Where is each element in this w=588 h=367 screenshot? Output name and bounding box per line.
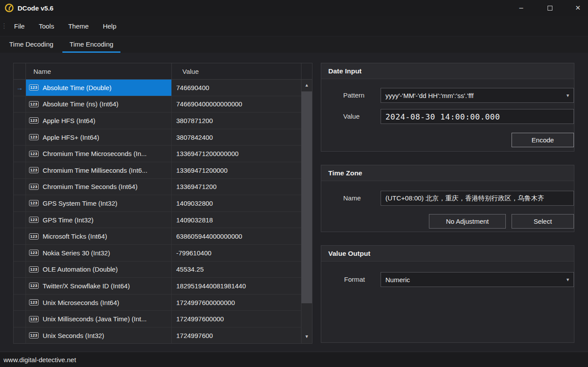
row-value-cell[interactable]: 13369471200000 bbox=[172, 162, 301, 178]
table-row[interactable]: 123GPS System Time (Int32)1409032800 bbox=[14, 195, 301, 212]
row-name-cell[interactable]: 123Absolute Time (Double) bbox=[26, 80, 172, 96]
tab-bar: Time Decoding Time Encoding bbox=[0, 36, 588, 53]
row-value-cell[interactable]: 3807871200 bbox=[172, 113, 301, 129]
table-row[interactable]: 123OLE Automation (Double)45534.25 bbox=[14, 262, 301, 278]
row-value-cell[interactable]: 13369471200 bbox=[172, 179, 301, 195]
close-button[interactable]: ✕ bbox=[569, 0, 587, 16]
row-gutter bbox=[14, 96, 26, 113]
select-button[interactable]: Select bbox=[512, 214, 574, 229]
row-value-cell[interactable]: 1409032818 bbox=[172, 212, 301, 228]
table-header: Name Value bbox=[14, 63, 312, 80]
date-value-input[interactable]: 2024-08-30 14:00:00.000 bbox=[381, 109, 574, 124]
time-zone-title: Time Zone bbox=[321, 165, 574, 181]
row-name-cell[interactable]: 123Unix Seconds (Int32) bbox=[26, 327, 172, 343]
table-row[interactable]: 123Microsoft Ticks (Int64)63860594400000… bbox=[14, 228, 301, 245]
table-row[interactable]: →123Absolute Time (Double)746690400 bbox=[14, 80, 301, 96]
table-row[interactable]: 123GPS Time (Int32)1409032818 bbox=[14, 212, 301, 229]
number-type-icon: 123 bbox=[29, 332, 39, 338]
number-type-icon: 123 bbox=[29, 84, 39, 91]
status-link[interactable]: www.digital-detective.net bbox=[4, 356, 76, 363]
row-name-cell[interactable]: 123Unix Microseconds (Int64) bbox=[26, 294, 172, 311]
row-gutter bbox=[14, 129, 26, 145]
table-row[interactable]: 123Chromium Time Microseconds (In...1336… bbox=[14, 145, 301, 162]
row-name-cell[interactable]: 123OLE Automation (Double) bbox=[26, 262, 172, 278]
column-header-name[interactable]: Name bbox=[26, 63, 172, 79]
row-name-label: Apple HFS+ (Int64) bbox=[43, 134, 99, 141]
table-row[interactable]: 123Chromium Time Seconds (Int64)13369471… bbox=[14, 179, 301, 196]
table-row[interactable]: 123Chromium Time Milliseconds (Int6...13… bbox=[14, 162, 301, 179]
row-name-cell[interactable]: 123Nokia Series 30 (Int32) bbox=[26, 245, 172, 261]
tab-time-encoding[interactable]: Time Encoding bbox=[62, 36, 120, 53]
status-bar: www.digital-detective.net bbox=[0, 352, 588, 367]
row-name-cell[interactable]: 123Chromium Time Seconds (Int64) bbox=[26, 179, 172, 195]
row-value-cell[interactable]: 1724997600000000 bbox=[172, 294, 301, 311]
pattern-combobox[interactable]: yyyy'-'MM'-'dd HH':'mm':'ss'.'fff ▾ bbox=[381, 88, 574, 103]
menu-file[interactable]: File bbox=[7, 19, 32, 33]
row-value-cell[interactable]: 3807842400 bbox=[172, 129, 301, 145]
row-gutter bbox=[14, 195, 26, 211]
row-name-cell[interactable]: 123GPS Time (Int32) bbox=[26, 212, 172, 228]
timezone-name-field[interactable]: (UTC+08:00) 北京，重庆，香港特别行政区，乌鲁木齐 bbox=[381, 191, 574, 206]
format-value: Numeric bbox=[385, 276, 410, 283]
row-name-cell[interactable]: 123Chromium Time Microseconds (In... bbox=[26, 145, 172, 162]
table-row[interactable]: 123Unix Milliseconds (Java Time) (Int...… bbox=[14, 311, 301, 327]
number-type-icon: 123 bbox=[29, 184, 39, 190]
row-value-cell[interactable]: 1724997600000 bbox=[172, 311, 301, 327]
menu-help[interactable]: Help bbox=[96, 19, 123, 33]
row-name-cell[interactable]: 123Twitter/X Snowflake ID (Int64) bbox=[26, 278, 172, 294]
menu-theme[interactable]: Theme bbox=[61, 19, 96, 33]
table-row[interactable]: 123Unix Seconds (Int32)1724997600 bbox=[14, 327, 301, 343]
date-input-title: Date Input bbox=[321, 63, 574, 79]
row-name-cell[interactable]: 123Apple HFS+ (Int64) bbox=[26, 129, 172, 145]
row-gutter: → bbox=[14, 80, 26, 96]
selected-row-arrow-icon: → bbox=[16, 84, 23, 91]
row-name-cell[interactable]: 123Chromium Time Milliseconds (Int6... bbox=[26, 162, 172, 178]
table-row[interactable]: 123Apple HFS (Int64)3807871200 bbox=[14, 113, 301, 129]
number-type-icon: 123 bbox=[29, 151, 39, 157]
maximize-icon bbox=[548, 6, 552, 11]
number-type-icon: 123 bbox=[29, 167, 39, 173]
row-name-label: Chromium Time Seconds (Int64) bbox=[43, 183, 138, 190]
row-value-cell[interactable]: 45534.25 bbox=[172, 262, 301, 278]
table-row[interactable]: 123Absolute Time (ns) (Int64)74669040000… bbox=[14, 96, 301, 113]
column-header-value[interactable]: Value bbox=[172, 63, 301, 79]
menu-grip-icon[interactable]: ⋮ bbox=[1, 23, 6, 29]
no-adjustment-button[interactable]: No Adjustment bbox=[429, 214, 506, 229]
row-value-cell[interactable]: 746690400000000000 bbox=[172, 96, 301, 113]
row-name-cell[interactable]: 123Microsoft Ticks (Int64) bbox=[26, 228, 172, 244]
vertical-scrollbar[interactable]: ▲ ▼ bbox=[301, 80, 312, 343]
row-value-cell[interactable]: 638605944000000000 bbox=[172, 228, 301, 244]
menu-tools[interactable]: Tools bbox=[32, 19, 61, 33]
scroll-up-icon[interactable]: ▲ bbox=[301, 80, 312, 91]
row-name-cell[interactable]: 123Absolute Time (ns) (Int64) bbox=[26, 96, 172, 113]
scroll-down-icon[interactable]: ▼ bbox=[301, 331, 312, 342]
scrollbar-thumb[interactable] bbox=[301, 91, 312, 303]
window-title: DCode v5.6 bbox=[18, 4, 54, 12]
maximize-button[interactable] bbox=[541, 0, 559, 16]
row-value-cell[interactable]: 1724997600 bbox=[172, 327, 301, 343]
table-row[interactable]: 123Unix Microseconds (Int64)172499760000… bbox=[14, 294, 301, 311]
table-row[interactable]: 123Twitter/X Snowflake ID (Int64)1829519… bbox=[14, 278, 301, 294]
tab-time-decoding[interactable]: Time Decoding bbox=[2, 36, 60, 53]
minimize-button[interactable]: – bbox=[512, 0, 530, 16]
number-type-icon: 123 bbox=[29, 217, 39, 223]
row-name-cell[interactable]: 123Unix Milliseconds (Java Time) (Int... bbox=[26, 311, 172, 327]
row-gutter bbox=[14, 262, 26, 278]
table-row[interactable]: 123Apple HFS+ (Int64)3807842400 bbox=[14, 129, 301, 146]
row-value-cell[interactable]: 13369471200000000 bbox=[172, 145, 301, 162]
row-gutter bbox=[14, 145, 26, 162]
row-value-cell[interactable]: 1829519440081981440 bbox=[172, 278, 301, 294]
row-gutter bbox=[14, 212, 26, 228]
row-value-cell[interactable]: 1409032800 bbox=[172, 195, 301, 211]
format-combobox[interactable]: Numeric ▾ bbox=[381, 272, 574, 287]
value-output-panel: Value Output Format Numeric ▾ bbox=[321, 245, 574, 343]
header-gutter bbox=[14, 63, 26, 79]
table-row[interactable]: 123Nokia Series 30 (Int32)-799610400 bbox=[14, 245, 301, 262]
app-logo-icon bbox=[4, 3, 14, 13]
row-name-cell[interactable]: 123GPS System Time (Int32) bbox=[26, 195, 172, 211]
row-value-cell[interactable]: 746690400 bbox=[172, 80, 301, 96]
encode-button[interactable]: Encode bbox=[512, 133, 574, 147]
row-value-cell[interactable]: -799610400 bbox=[172, 245, 301, 261]
row-gutter bbox=[14, 278, 26, 294]
row-name-cell[interactable]: 123Apple HFS (Int64) bbox=[26, 113, 172, 129]
